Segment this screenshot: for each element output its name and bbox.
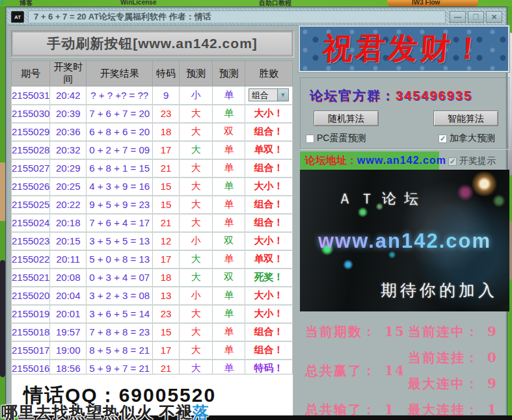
result-cell: 9 + 5 + 9 = 23 (87, 196, 153, 214)
checkbox-unchecked-icon[interactable] (306, 135, 314, 143)
background-left-strip (0, 7, 5, 420)
outcome-cell: 组合！ (245, 214, 293, 232)
special-cell: 23 (153, 305, 180, 323)
stat-current-streak-loss: 当前连挂：0 (408, 349, 498, 367)
titlebar[interactable]: AT 7 + 6 + 7 = 20 AT论坛专属福利软件 作者：情话 — ❐ ✕ (7, 8, 505, 25)
pred2-cell: 单 (213, 141, 245, 159)
period-cell: 2155018 (12, 323, 50, 341)
pc-egg-checkbox-row[interactable]: PC蛋蛋预测 (306, 133, 366, 144)
time-cell: 20:29 (50, 159, 87, 177)
pred2-cell: 单 (213, 214, 245, 232)
smart-algorithm-button[interactable]: 智能算法 (433, 111, 498, 126)
special-cell: 13 (153, 287, 180, 305)
outcome-cell: 单双！ (245, 141, 293, 159)
table-row: 215503120:42? + ? +? = ??9小单组合▼ (12, 86, 293, 105)
special-cell: 15 (153, 323, 180, 341)
special-cell: 18 (153, 123, 180, 141)
checkbox-checked-icon[interactable] (438, 135, 447, 143)
result-cell: 7 + 8 + 8 = 23 (87, 323, 153, 341)
result-cell: 3 + 5 + 5 = 13 (87, 232, 153, 250)
pred1-cell: 大 (179, 214, 213, 232)
pred1-cell: 大 (179, 123, 213, 141)
draw-tip-checkbox-row[interactable]: 开奖提示 (448, 155, 496, 167)
header-period: 期号 (12, 61, 50, 86)
pred2-cell: 单 (213, 323, 245, 341)
outcome-cell: 大小！ (245, 305, 293, 323)
time-cell: 20:36 (50, 123, 87, 141)
time-cell: 20:08 (50, 269, 87, 287)
canada-checkbox-row[interactable]: 加拿大预测 (438, 133, 495, 144)
random-algorithm-button[interactable]: 随机算法 (314, 111, 379, 126)
time-cell: 19:00 (50, 341, 87, 360)
table-row: 215502620:254 + 3 + 9 = 1615大单大小！ (12, 177, 293, 196)
pred1-cell: 大 (179, 323, 213, 341)
pred2-cell: 单 (213, 86, 245, 105)
pred1-cell: 小 (179, 287, 213, 305)
lyrics-highlight: 落 (193, 403, 209, 420)
outcome-cell: 大小！ (245, 232, 293, 250)
header-pred2: 预测 (213, 61, 245, 86)
header-outcome: 胜败 (245, 61, 293, 86)
pred2-cell: 单 (213, 250, 245, 269)
result-cell: 6 + 8 + 1 = 15 (87, 159, 153, 177)
pred2-cell: 双 (213, 232, 245, 250)
table-row: 215502720:296 + 8 + 1 = 1521大单组合！ (12, 159, 293, 177)
window-client-area: 手动刷新按钮[www.an142.com] 期号 开奖时间 开奖结果 特码 预测… (7, 25, 505, 415)
time-cell: 20:18 (50, 214, 87, 232)
stat-current-periods: 当前期数：15 (305, 323, 405, 341)
settings-groupbox: 论坛官方群：345496935 随机算法 智能算法 PC蛋蛋预测 加拿大预测 (300, 77, 509, 149)
restore-button: ❐ (468, 11, 484, 23)
close-button[interactable]: ✕ (486, 11, 502, 23)
pred1-cell: 大 (179, 177, 213, 196)
background-top-strip: 博客 WinLicense 自助口教程 IW3 Flow (0, 0, 512, 7)
outcome-cell: 大小！ (245, 177, 293, 196)
table-row: 215502120:080 + 3 + 4 = 0718大双死奖！ (12, 269, 293, 287)
pred2-cell: 单 (213, 341, 245, 360)
pred2-cell: 双 (213, 269, 245, 287)
stat-value: 9 (487, 324, 498, 339)
result-cell: 6 + 8 + 6 = 20 (87, 123, 153, 141)
special-cell: 23 (153, 105, 180, 123)
stat-max-streak-win: 最大连中：9 (408, 375, 498, 393)
result-cell: 7 + 6 + 7 = 20 (87, 105, 153, 123)
promo-image-title: ＡＴ论坛 (338, 189, 426, 209)
canada-checkbox-label: 加拿大预测 (450, 133, 495, 144)
results-table-body: 215503120:42? + ? +? = ??9小单组合▼215503020… (12, 86, 293, 378)
result-cell: 5 + 0 + 8 = 13 (87, 250, 153, 269)
header-time: 开奖时间 (50, 61, 87, 86)
pred1-cell: 大 (179, 141, 213, 159)
forum-address-url[interactable]: www.an142.com (357, 155, 446, 166)
result-cell: 0 + 3 + 4 = 07 (87, 269, 153, 287)
table-row: 215502420:187 + 6 + 4 = 1721大单组合！ (12, 214, 293, 232)
fortune-banner: 祝君发财！ (299, 25, 509, 72)
table-row: 215503020:397 + 6 + 7 = 2023大单大小！ (12, 105, 293, 123)
result-cell: 4 + 3 + 9 = 16 (87, 177, 153, 196)
period-cell: 2155031 (12, 86, 50, 105)
checkbox-checked-icon[interactable] (448, 157, 457, 166)
table-row: 215502520:229 + 5 + 9 = 2315大单组合！ (12, 196, 293, 214)
time-cell: 20:01 (50, 305, 87, 323)
pred2-cell: 单 (213, 196, 245, 214)
pred1-cell: 大 (179, 341, 213, 360)
result-cell: 3 + 6 + 5 = 14 (87, 305, 153, 323)
outcome-combobox[interactable]: 组合▼ (249, 88, 289, 101)
result-cell: 3 + 2 + 3 = 08 (87, 287, 153, 305)
outcome-cell: 组合！ (245, 323, 293, 341)
official-group-label: 论坛官方群： (310, 88, 396, 103)
pred2-cell: 单 (213, 305, 245, 323)
chevron-down-icon[interactable]: ▼ (277, 89, 288, 101)
period-cell: 2155022 (12, 250, 50, 269)
period-cell: 2155028 (12, 141, 50, 159)
time-cell: 20:25 (50, 177, 87, 196)
period-cell: 2155024 (12, 214, 50, 232)
time-cell: 20:11 (50, 250, 87, 269)
background-text: IW3 Flow (412, 0, 440, 6)
pred2-cell: 单 (213, 159, 245, 177)
background-lyrics-text: 哪里去找热望热似火 不褪落 (1, 402, 209, 420)
result-cell: 0 + 2 + 7 = 09 (87, 141, 153, 159)
manual-refresh-button[interactable]: 手动刷新按钮[www.an142.com] (11, 31, 293, 57)
pred1-cell: 大 (179, 105, 213, 123)
header-special: 特码 (153, 61, 180, 86)
time-cell: 20:15 (50, 232, 87, 250)
minimize-button[interactable]: — (450, 11, 466, 23)
